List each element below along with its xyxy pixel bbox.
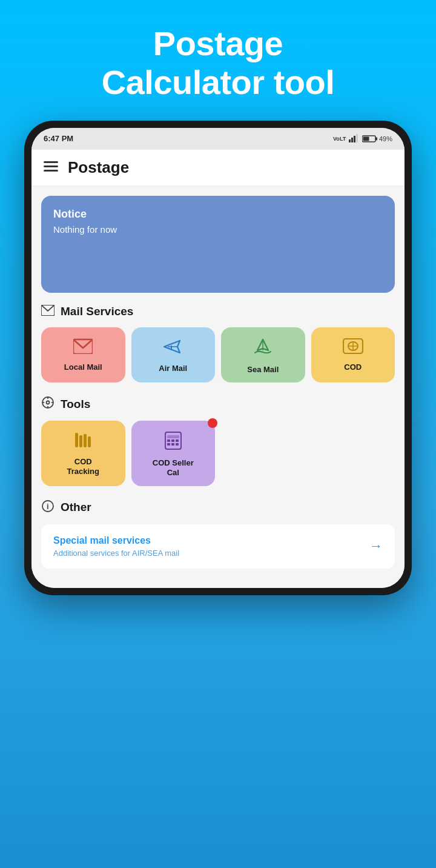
- svg-rect-34: [171, 439, 174, 442]
- status-bar: 6:47 PM Vo LTE: [31, 128, 405, 150]
- sea-mail-icon: [253, 338, 273, 359]
- cod-card[interactable]: COD: [311, 327, 395, 383]
- svg-rect-38: [176, 443, 179, 446]
- cod-seller-cal-label: COD Seller Cal: [153, 458, 194, 477]
- tools-grid: COD Tracking: [41, 421, 395, 486]
- local-mail-icon: [73, 338, 93, 356]
- svg-rect-29: [84, 434, 87, 447]
- mail-services-icon: [41, 305, 54, 319]
- svg-rect-37: [171, 443, 174, 446]
- tools-icon: [41, 396, 54, 412]
- arrow-icon: →: [369, 538, 383, 554]
- svg-rect-33: [167, 439, 170, 442]
- cod-seller-cal-card[interactable]: COD Seller Cal: [131, 421, 216, 486]
- svg-text:Vo: Vo: [333, 136, 340, 142]
- notice-body: Nothing for now: [53, 224, 383, 235]
- local-mail-card[interactable]: Local Mail: [41, 327, 125, 383]
- mail-services-grid: Local Mail Air Mail: [41, 327, 395, 383]
- svg-rect-2: [349, 139, 351, 142]
- air-mail-icon: [163, 338, 183, 358]
- phone-mockup: 6:47 PM Vo LTE: [24, 121, 412, 595]
- sea-mail-card[interactable]: Sea Mail: [221, 327, 305, 383]
- special-mail-title: Special mail services: [53, 535, 179, 546]
- svg-point-22: [47, 401, 50, 404]
- sea-mail-label: Sea Mail: [247, 365, 279, 375]
- cod-tracking-label: COD Tracking: [67, 457, 99, 476]
- signal-icon: [349, 134, 360, 144]
- cod-tracking-icon: [74, 432, 92, 451]
- notice-card: Notice Nothing for now: [41, 196, 395, 293]
- hamburger-button[interactable]: [44, 161, 58, 174]
- svg-rect-27: [75, 433, 78, 447]
- svg-text:i: i: [47, 502, 49, 511]
- battery-icon: 49%: [362, 135, 392, 143]
- cod-tracking-card[interactable]: COD Tracking: [41, 421, 125, 486]
- svg-rect-4: [354, 136, 355, 142]
- special-mail-card[interactable]: Special mail services Additional service…: [41, 524, 395, 569]
- local-mail-label: Local Mail: [64, 362, 102, 372]
- tools-section-title: Tools: [61, 398, 90, 411]
- air-mail-card[interactable]: Air Mail: [131, 327, 216, 383]
- cod-seller-icon: [165, 432, 182, 452]
- app-header: Postage: [31, 150, 405, 186]
- notification-dot: [208, 418, 217, 428]
- svg-rect-10: [44, 165, 58, 167]
- svg-rect-9: [44, 161, 58, 163]
- svg-rect-35: [176, 439, 179, 442]
- cod-label: COD: [344, 362, 362, 372]
- network-icon: Vo LTE: [333, 134, 346, 144]
- mail-services-section-title: Mail Services: [61, 305, 133, 318]
- battery-percent: 49%: [379, 135, 392, 142]
- svg-rect-36: [167, 443, 170, 446]
- svg-text:LTE: LTE: [340, 136, 346, 142]
- other-icon: i: [41, 499, 54, 516]
- app-title: Postage Calculator tool: [102, 24, 335, 102]
- notice-title: Notice: [53, 208, 383, 221]
- svg-rect-7: [375, 137, 377, 140]
- other-section-title: Other: [61, 501, 91, 514]
- cod-icon: [343, 338, 363, 356]
- status-time: 6:47 PM: [44, 134, 73, 143]
- svg-rect-28: [79, 435, 82, 447]
- svg-rect-30: [88, 436, 91, 447]
- svg-rect-11: [44, 170, 58, 172]
- air-mail-label: Air Mail: [159, 364, 187, 373]
- special-mail-subtitle: Additional services for AIR/SEA mail: [53, 549, 179, 558]
- app-header-title: Postage: [68, 158, 129, 177]
- svg-rect-5: [356, 134, 358, 142]
- svg-rect-3: [351, 138, 353, 142]
- svg-rect-32: [167, 435, 179, 438]
- svg-rect-8: [363, 136, 369, 141]
